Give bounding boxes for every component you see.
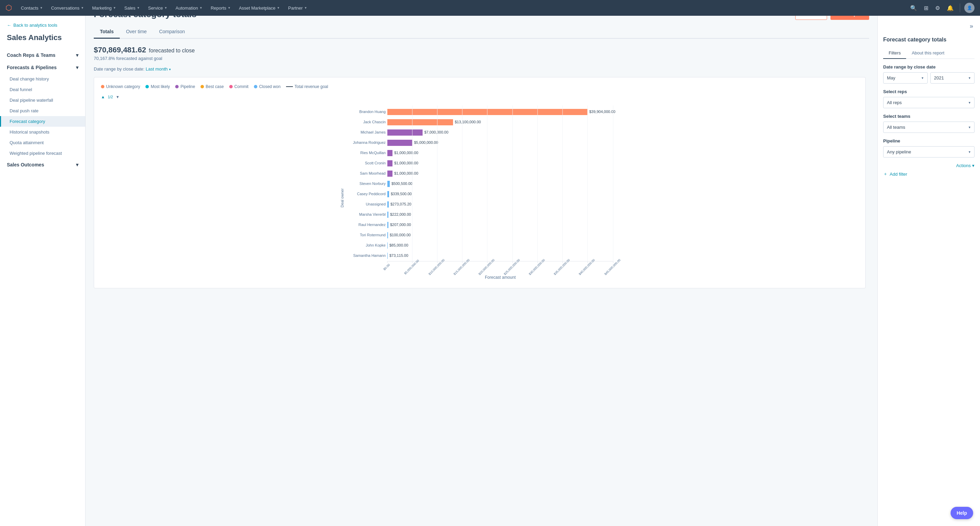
nav-automation[interactable]: Automation ▼ <box>172 3 206 13</box>
collapse-panel-button[interactable]: » <box>968 21 975 31</box>
sales-outcomes-chevron: ▾ <box>76 162 78 167</box>
nav-reports[interactable]: Reports ▼ <box>207 3 234 13</box>
sidebar-item-quota-attainment[interactable]: Quota attainment <box>0 137 85 148</box>
bar-jack-chascin[interactable] <box>387 119 453 125</box>
settings-icon[interactable]: ⚙ <box>933 3 942 13</box>
help-button[interactable]: Help <box>951 507 973 510</box>
nav-marketing-chevron: ▼ <box>113 6 116 10</box>
svg-text:Samantha Hamann: Samantha Hamann <box>353 253 386 258</box>
sidebar-section-sales-outcomes: Sales Outcomes ▾ <box>0 159 85 171</box>
chart-area: Deal owner Brandon Huang $39,904,000.00 … <box>101 102 859 281</box>
nav-asset-marketplace[interactable]: Asset Marketplace ▼ <box>235 3 283 13</box>
bar-ries-mcquillan[interactable] <box>387 150 393 156</box>
filter-actions-chevron: ▾ <box>972 163 975 168</box>
pipeline-select[interactable]: Any pipeline <box>883 146 975 158</box>
bar-raul-hernandez[interactable] <box>387 222 388 228</box>
sidebar-item-deal-push-rate[interactable]: Deal push rate <box>0 105 85 116</box>
date-range-link[interactable]: Last month <box>146 67 168 72</box>
tab-over-time[interactable]: Over time <box>120 26 153 39</box>
svg-text:Tori Rotermund: Tori Rotermund <box>360 233 386 237</box>
teams-select-wrapper: All teams <box>883 121 975 133</box>
nav-service[interactable]: Service ▼ <box>145 3 171 13</box>
bar-scott-cronin[interactable] <box>387 160 393 166</box>
top-navigation: ⬡ Contacts ▼ Conversations ▼ Marketing ▼… <box>0 0 980 16</box>
sidebar-item-historical-snapshots[interactable]: Historical snapshots <box>0 127 85 137</box>
nav-conversations[interactable]: Conversations ▼ <box>48 3 87 13</box>
filter-actions-link[interactable]: Actions ▾ <box>956 163 975 168</box>
pagination-prev-btn[interactable]: 1/2 <box>108 95 113 99</box>
sidebar-item-deal-pipeline-waterfall[interactable]: Deal pipeline waterfall <box>0 95 85 105</box>
date-range-row: Date range by close date: Last month ▾ <box>94 67 869 72</box>
legend-line-revenue-goal <box>286 86 293 87</box>
add-filter-button[interactable]: ＋ Add filter <box>883 171 907 177</box>
nav-sales-chevron: ▼ <box>137 6 140 10</box>
tab-totals[interactable]: Totals <box>94 26 120 39</box>
bar-johanna-rodriguez[interactable] <box>387 140 412 146</box>
nav-conversations-chevron: ▼ <box>81 6 84 10</box>
date-range-dropdown-icon[interactable]: ▾ <box>169 67 171 71</box>
main-content: Forecast category totals Actions ▾ Save … <box>86 0 877 510</box>
bar-samantha-hamann[interactable] <box>387 253 388 259</box>
legend-dot-pipeline <box>175 85 179 88</box>
svg-text:$10,000,000.00: $10,000,000.00 <box>428 258 445 276</box>
bar-sam-moorhead[interactable] <box>387 171 393 177</box>
nav-contacts-chevron: ▼ <box>40 6 43 10</box>
search-icon[interactable]: 🔍 <box>908 3 919 13</box>
sidebar-item-deal-change-history[interactable]: Deal change history <box>0 73 85 84</box>
bar-unassigned[interactable] <box>387 201 389 207</box>
bar-steven-norbury[interactable] <box>387 181 390 187</box>
pagination-next-btn[interactable]: ▼ <box>116 95 119 99</box>
legend-unknown-category: Unknown category <box>101 84 140 89</box>
sidebar-item-deal-funnel[interactable]: Deal funnel <box>0 84 85 95</box>
svg-text:Casey Peddicord: Casey Peddicord <box>357 192 386 196</box>
sidebar-section-sales-outcomes-header[interactable]: Sales Outcomes ▾ <box>0 159 85 171</box>
month-select[interactable]: May June April <box>883 72 928 84</box>
svg-text:$85,000.00: $85,000.00 <box>390 243 408 247</box>
reps-select[interactable]: All reps <box>883 97 975 108</box>
nav-partner-chevron: ▼ <box>304 6 307 10</box>
notifications-icon[interactable]: 🔔 <box>945 3 956 13</box>
svg-text:Ries McQuillan: Ries McQuillan <box>360 151 386 155</box>
nav-contacts[interactable]: Contacts ▼ <box>18 3 46 13</box>
back-arrow-icon: ← <box>7 22 11 28</box>
date-range-filter-label: Date range by close date <box>883 64 975 70</box>
avatar[interactable]: 👤 <box>964 3 975 13</box>
svg-text:Raul Hernandez: Raul Hernandez <box>359 223 386 227</box>
stats-section: $70,869,481.62 forecasted to close 70,16… <box>94 46 869 61</box>
sidebar-item-forecast-category[interactable]: Forecast category <box>0 116 85 127</box>
legend-most-likely: Most likely <box>145 84 170 89</box>
bar-casey-peddicord[interactable] <box>387 191 389 197</box>
nav-divider <box>960 3 960 12</box>
svg-text:$13,100,000.00: $13,100,000.00 <box>455 120 481 124</box>
bar-john-kopke[interactable] <box>387 242 388 249</box>
bar-marsha-viererbl[interactable] <box>387 212 388 218</box>
right-panel-tab-about[interactable]: About this report <box>906 48 950 59</box>
svg-text:$73,115.00: $73,115.00 <box>390 253 408 258</box>
tab-comparison[interactable]: Comparison <box>153 26 191 39</box>
nav-sales[interactable]: Sales ▼ <box>121 3 143 13</box>
teams-select[interactable]: All teams <box>883 121 975 133</box>
sidebar-section-coach-header[interactable]: Coach Reps & Teams ▾ <box>0 49 85 61</box>
year-select[interactable]: 2021 2022 2020 <box>931 72 975 84</box>
legend-best-case: Best case <box>200 84 224 89</box>
svg-text:$5,000,000.00: $5,000,000.00 <box>414 140 438 145</box>
svg-text:$1,000,000.00: $1,000,000.00 <box>394 151 418 155</box>
nav-icon-group: 🔍 ⊞ ⚙ 🔔 👤 <box>908 3 975 13</box>
nav-marketing[interactable]: Marketing ▼ <box>89 3 119 13</box>
sidebar-item-weighted-pipeline-forecast[interactable]: Weighted pipeline forecast <box>0 148 85 159</box>
sidebar-section-forecasts-header[interactable]: Forecasts & Pipelines ▾ <box>0 61 85 73</box>
filter-actions-row: Actions ▾ <box>883 163 975 168</box>
nav-partner[interactable]: Partner ▼ <box>285 3 311 13</box>
sidebar-back-link[interactable]: ← Back to analytics tools <box>0 22 85 33</box>
grid-icon[interactable]: ⊞ <box>922 3 931 13</box>
right-panel-tab-filters[interactable]: Filters <box>883 48 906 59</box>
bar-michael-james[interactable] <box>387 129 423 135</box>
legend-pipeline: Pipeline <box>175 84 195 89</box>
svg-text:$207,000.00: $207,000.00 <box>390 223 411 227</box>
legend-dot-best-case <box>200 85 204 88</box>
legend-closed-won: Closed won <box>254 84 281 89</box>
forecasts-section-chevron: ▾ <box>76 65 78 70</box>
forecast-amount: $70,869,481.62 <box>94 46 146 54</box>
bar-tori-rotermund[interactable] <box>387 232 388 238</box>
hubspot-logo[interactable]: ⬡ <box>5 3 12 12</box>
